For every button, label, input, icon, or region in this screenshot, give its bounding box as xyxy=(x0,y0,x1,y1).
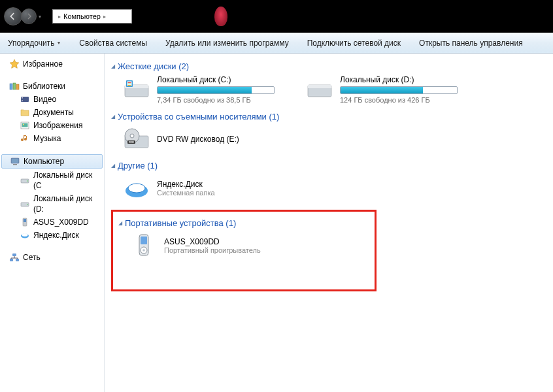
drive-d[interactable]: Локальный диск (D:) 124 ГБ свободно из 4… xyxy=(306,75,469,104)
map-network-drive-button[interactable]: Подключить сетевой диск xyxy=(307,39,401,48)
command-bar: Упорядочить ▼ Свойства системы Удалить и… xyxy=(0,33,553,54)
workspace: Избранное Библиотеки Видео Документы Изо… xyxy=(0,54,553,392)
svg-text:DVD: DVD xyxy=(129,141,134,144)
device-icon xyxy=(20,217,30,227)
svg-rect-7 xyxy=(22,101,23,102)
open-control-panel-button[interactable]: Открыть панель управления xyxy=(419,39,523,48)
collapse-icon: ◢ xyxy=(111,163,115,169)
sidebar-item-label: Избранное xyxy=(23,59,63,69)
sidebar-item-asus[interactable]: ASUS_X009DD xyxy=(0,216,104,229)
sidebar-network[interactable]: Сеть xyxy=(0,251,104,264)
yandex-disk-item[interactable]: Яндекс.Диск Системная папка xyxy=(123,174,293,202)
sidebar-item-documents[interactable]: Документы xyxy=(0,106,104,119)
hdd-icon xyxy=(20,199,30,209)
nav-history-dropdown[interactable]: ▾ xyxy=(37,9,43,24)
svg-point-14 xyxy=(27,180,28,182)
item-name: Яндекс.Диск xyxy=(157,180,215,189)
sidebar-computer[interactable]: Компьютер xyxy=(1,154,103,169)
yandex-disk-icon xyxy=(123,174,150,202)
computer-icon xyxy=(10,156,20,167)
svg-point-44 xyxy=(142,249,145,252)
sidebar-item-label: Библиотеки xyxy=(23,81,65,91)
sidebar-item-label: ASUS_X009DD xyxy=(33,217,89,227)
forward-button[interactable] xyxy=(21,8,37,24)
svg-rect-42 xyxy=(141,237,147,244)
sidebar-favorites[interactable]: Избранное xyxy=(0,57,104,71)
sidebar-item-drive-c[interactable]: Локальный диск (C xyxy=(0,169,104,192)
portable-player-icon xyxy=(130,232,158,259)
content-pane: ◢ Жесткие диски (2) Локальный диск (C:) … xyxy=(105,54,553,392)
svg-rect-12 xyxy=(13,164,17,165)
collapse-icon: ◢ xyxy=(118,220,122,226)
window-titlebar: ▾ ▸ Компьютер ▸ xyxy=(0,0,553,33)
capacity-bar xyxy=(340,86,458,94)
yandex-disk-icon xyxy=(20,230,30,240)
svg-rect-30 xyxy=(128,85,131,86)
highlight-annotation: ◢ Портативные устройства (1) ASUS_X009DD… xyxy=(111,210,377,291)
opera-icon xyxy=(214,7,227,26)
breadcrumb-sep-icon: ▸ xyxy=(58,14,61,20)
portable-device-asus[interactable]: ASUS_X009DD Портативный проигрыватель xyxy=(130,232,300,259)
dvd-drive-icon: DVD xyxy=(123,125,150,153)
sidebar-libraries[interactable]: Библиотеки xyxy=(0,80,104,93)
item-subtext: Портативный проигрыватель xyxy=(164,246,261,254)
sidebar-item-yandex-disk[interactable]: Яндекс.Диск xyxy=(0,229,104,242)
svg-rect-28 xyxy=(128,82,131,83)
sidebar-item-label: Музыка xyxy=(33,133,61,144)
sidebar-item-label: Локальный диск (D: xyxy=(33,193,100,214)
organize-label: Упорядочить xyxy=(8,39,54,48)
breadcrumb-computer[interactable]: Компьютер xyxy=(63,12,101,20)
svg-rect-9 xyxy=(22,123,28,127)
navigation-pane: Избранное Библиотеки Видео Документы Изо… xyxy=(0,54,105,392)
sidebar-item-label: Изображения xyxy=(33,120,82,131)
video-icon xyxy=(20,94,30,105)
drive-free-text: 124 ГБ свободно из 426 ГБ xyxy=(340,96,469,104)
sidebar-item-label: Документы xyxy=(33,107,74,118)
sidebar-item-drive-d[interactable]: Локальный диск (D: xyxy=(0,192,104,216)
uninstall-program-button[interactable]: Удалить или изменить программу xyxy=(165,39,289,48)
libraries-icon xyxy=(9,81,20,91)
sidebar-item-label: Локальный диск (C xyxy=(33,170,100,191)
drive-free-text: 7,34 ГБ свободно из 38,5 ГБ xyxy=(157,96,286,104)
hdd-icon xyxy=(20,175,30,186)
sidebar-item-label: Яндекс.Диск xyxy=(33,230,79,240)
collapse-icon: ◢ xyxy=(111,63,115,69)
sidebar-item-label: Сеть xyxy=(23,252,41,263)
breadcrumb-sep-icon: ▸ xyxy=(103,14,106,20)
svg-rect-18 xyxy=(24,219,26,222)
svg-rect-32 xyxy=(308,85,331,88)
svg-rect-4 xyxy=(16,84,19,90)
item-subtext: Системная папка xyxy=(157,189,215,197)
drive-c[interactable]: Локальный диск (C:) 7,34 ГБ свободно из … xyxy=(123,75,286,104)
sidebar-item-video[interactable]: Видео xyxy=(0,93,104,106)
group-title: Устройства со съемными носителями (1) xyxy=(118,112,279,122)
network-icon xyxy=(9,252,20,263)
nav-buttons: ▾ xyxy=(4,7,43,25)
sidebar-item-pictures[interactable]: Изображения xyxy=(0,119,104,132)
system-properties-button[interactable]: Свойства системы xyxy=(79,39,147,48)
group-header-hdd[interactable]: ◢ Жесткие диски (2) xyxy=(111,61,546,71)
organize-menu[interactable]: Упорядочить ▼ xyxy=(8,39,61,48)
group-title: Жесткие диски (2) xyxy=(118,61,189,71)
svg-point-10 xyxy=(23,124,24,125)
back-button[interactable] xyxy=(4,7,22,25)
music-icon xyxy=(20,133,30,144)
dvd-drive[interactable]: DVD DVD RW дисковод (E:) xyxy=(123,125,293,153)
hdd-icon xyxy=(123,77,150,102)
pictures-icon xyxy=(20,120,30,131)
svg-rect-11 xyxy=(11,158,19,163)
collapse-icon: ◢ xyxy=(111,114,115,120)
group-header-removable[interactable]: ◢ Устройства со съемными носителями (1) xyxy=(111,112,546,122)
document-icon xyxy=(20,107,30,118)
address-bar[interactable]: ▸ Компьютер ▸ xyxy=(52,9,132,24)
sidebar-item-label: Видео xyxy=(33,94,56,105)
capacity-bar xyxy=(157,86,275,94)
sidebar-item-music[interactable]: Музыка xyxy=(0,132,104,145)
svg-rect-6 xyxy=(22,97,23,99)
drive-name: Локальный диск (C:) xyxy=(157,75,286,84)
svg-rect-23 xyxy=(16,259,19,261)
group-header-portable[interactable]: ◢ Портативные устройства (1) xyxy=(118,218,369,228)
group-header-other[interactable]: ◢ Другие (1) xyxy=(111,161,546,171)
chevron-down-icon: ▼ xyxy=(56,41,61,45)
star-icon xyxy=(9,59,20,69)
